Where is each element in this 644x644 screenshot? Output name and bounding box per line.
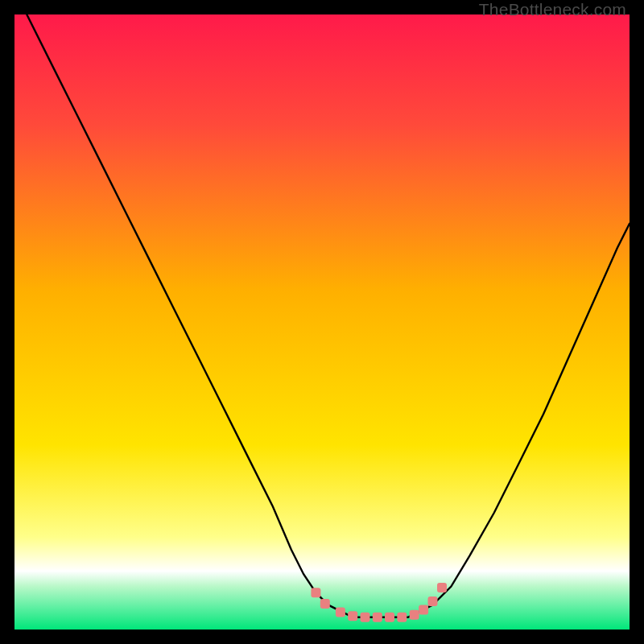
- marker-point: [373, 613, 382, 622]
- marker-point: [385, 613, 394, 622]
- marker-point: [437, 583, 447, 592]
- marker-point: [361, 613, 370, 622]
- marker-point: [348, 611, 357, 621]
- marker-point: [428, 597, 438, 606]
- marker-point: [311, 588, 320, 597]
- marker-point: [336, 608, 345, 617]
- gradient-bg: [14, 14, 630, 630]
- bottleneck-chart: [14, 14, 630, 630]
- marker-point: [397, 613, 407, 622]
- marker-point: [320, 599, 330, 609]
- marker-point: [410, 610, 419, 620]
- watermark-text: TheBottleneck.com: [479, 0, 626, 19]
- marker-point: [419, 605, 428, 615]
